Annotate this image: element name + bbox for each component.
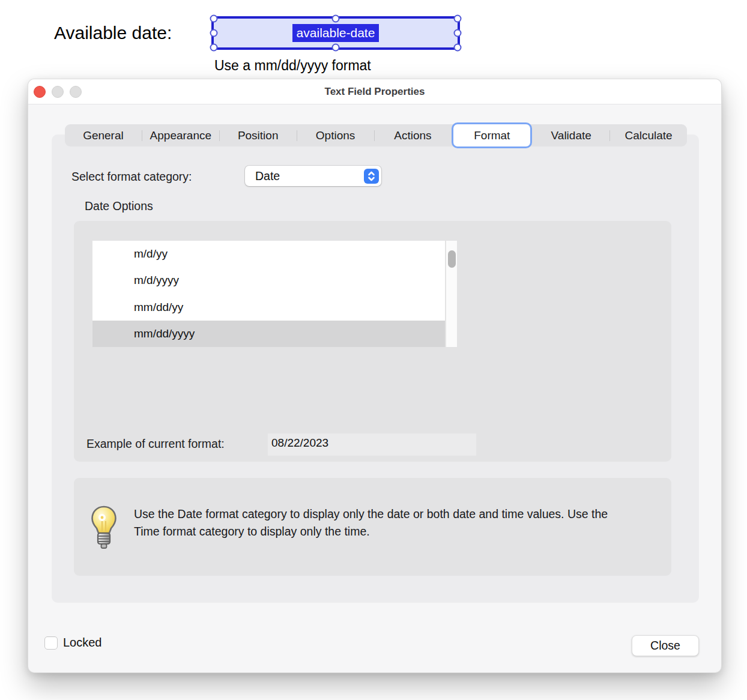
tab-options[interactable]: Options [297, 124, 374, 146]
resize-handle-mid-left[interactable] [210, 29, 218, 37]
text-field-properties-dialog: Text Field Properties General Appearance… [28, 79, 722, 673]
zoom-window-icon [70, 86, 82, 98]
format-category-selected-value: Date [245, 169, 364, 183]
tab-calculate[interactable]: Calculate [610, 124, 687, 146]
date-options-group: m/d/yy m/d/yyyy mm/dd/yy mm/dd/yyyy Exam… [74, 221, 671, 462]
tab-format[interactable]: Format [452, 122, 532, 148]
example-format-field: 08/22/2023 [268, 433, 476, 456]
date-format-list: m/d/yy m/d/yyyy mm/dd/yy mm/dd/yyyy [92, 241, 458, 347]
tip-text: Use the Date format category to display … [134, 505, 621, 540]
resize-handle-mid-right[interactable] [454, 29, 462, 37]
tip-box: Use the Date format category to display … [74, 478, 671, 576]
popup-chevrons-icon [364, 169, 379, 184]
example-format-value: 08/22/2023 [268, 433, 476, 450]
date-format-option-selected[interactable]: mm/dd/yyyy [92, 321, 445, 347]
properties-tab-bar: General Appearance Position Options Acti… [65, 124, 687, 146]
date-format-option[interactable]: m/d/yy [92, 241, 445, 267]
format-category-label: Select format category: [71, 170, 192, 184]
date-format-option[interactable]: m/d/yyyy [92, 267, 445, 294]
resize-handle-top-center[interactable] [332, 15, 340, 23]
list-scrollbar[interactable] [445, 241, 457, 347]
resize-handle-bottom-center[interactable] [332, 44, 340, 52]
locked-checkbox[interactable] [44, 636, 58, 650]
scrollbar-thumb[interactable] [448, 250, 456, 268]
tab-position[interactable]: Position [220, 124, 297, 146]
resize-handle-bottom-right[interactable] [454, 44, 462, 52]
format-tab-content: Select format category: Date Date Option… [52, 134, 699, 603]
format-category-select[interactable]: Date [245, 166, 381, 186]
lightbulb-icon [89, 505, 118, 555]
tab-appearance[interactable]: Appearance [142, 124, 219, 146]
tab-actions[interactable]: Actions [375, 124, 452, 146]
tab-validate[interactable]: Validate [533, 124, 609, 146]
minimize-window-icon [52, 86, 64, 98]
dialog-titlebar[interactable]: Text Field Properties [28, 79, 721, 104]
example-format-label: Example of current format: [86, 437, 225, 451]
dialog-title: Text Field Properties [325, 86, 425, 98]
locked-checkbox-label: Locked [63, 636, 102, 650]
date-format-option[interactable]: mm/dd/yy [92, 294, 445, 321]
resize-handle-top-right[interactable] [454, 15, 462, 23]
screen: Available date: available-date Use a mm/… [0, 0, 747, 700]
field-name-selected-text[interactable]: available-date [292, 24, 380, 42]
form-field-tooltip-text: Use a mm/dd/yyyy format [214, 58, 371, 74]
resize-handle-bottom-left[interactable] [210, 44, 218, 52]
close-window-icon[interactable] [34, 86, 46, 98]
tab-general[interactable]: General [65, 124, 142, 146]
form-field-label: Available date: [54, 23, 172, 43]
available-date-form-field[interactable]: available-date [211, 16, 460, 50]
date-options-heading: Date Options [85, 199, 153, 213]
resize-handle-top-left[interactable] [210, 15, 218, 23]
close-button[interactable]: Close [632, 635, 699, 656]
